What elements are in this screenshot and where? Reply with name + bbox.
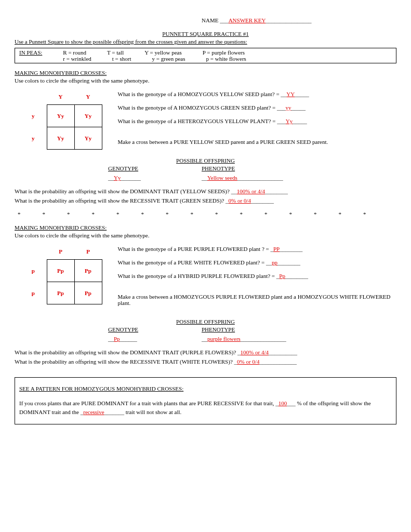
p2-cell-0: Pp [47, 260, 74, 282]
worksheet-title: PUNNETT SQUARE PRACTICE #1 [162, 31, 248, 37]
section1-questions: What is the genotype of a HOMOZYGOUS YEL… [118, 89, 397, 152]
s2-q3-ans: Pp [279, 273, 285, 279]
s2-geno-val: __Pp______ [108, 336, 202, 342]
punnett-square-2: P P p Pp Pp p Pp Pp [20, 244, 102, 304]
s1-geno-hdr: GENOTYPE [108, 165, 202, 171]
p1-cell-3: Yy [74, 127, 102, 150]
section2-body: P P p Pp Pp p Pp Pp What is the genotype… [15, 244, 396, 313]
pattern-ans2: recessive [83, 409, 104, 415]
p2-cell-1: Pp [74, 260, 102, 282]
s2-geno-hdr: GENOTYPE [108, 326, 202, 332]
legend-P: P = purple flowers [203, 49, 245, 56]
s1-q3-ans: Yy [286, 118, 293, 124]
section2-sub: Use colors to circle the offspring with … [15, 232, 396, 238]
section2-title: MAKING MONOHYBRID CROSSES: [15, 224, 107, 231]
legend-y: y = green peas [152, 56, 185, 62]
p2-side-0: p [20, 260, 47, 282]
star-divider: *************** [18, 211, 396, 217]
section1-body: Y Y y Yy Yy y Yy Yy What is the genotype… [15, 89, 396, 152]
legend-T: T = tall [107, 49, 124, 56]
pattern-text: If you cross plants that are PURE DOMINA… [19, 399, 392, 417]
p1-side-0: y [20, 105, 47, 127]
legend-t: t = short [112, 56, 131, 62]
legend-row1: IN PEAS: R = round T = tall Y = yellow p… [19, 49, 392, 56]
s2-q2-ans: pp [272, 259, 277, 265]
section1-title: MAKING MONOHYBRID CROSSES: [15, 70, 107, 76]
s2-col-hdrs: GENOTYPE PHENOTYPE [108, 326, 396, 332]
name-blank-tail: ________________ [266, 17, 311, 23]
answer-key: ANSWER KEY [229, 17, 266, 23]
pattern-title: SEE A PATTERN FOR HOMOZYGOUS MONOHYBRID … [19, 385, 183, 392]
p2-cell-3: Pp [74, 282, 102, 304]
s1-q3: What is the genotype of a HETEROZYGOUS Y… [118, 118, 397, 124]
section1-sub: Use colors to circle the offspring with … [15, 77, 396, 84]
pattern-box: SEE A PATTERN FOR HOMOZYGOUS MONOHYBRID … [15, 377, 396, 424]
s1-geno-val: __Yy_______ [108, 175, 202, 181]
legend-Y: Y = yellow peas [144, 49, 181, 56]
s1-col-vals: __Yy_______ __Yellow seeds______________… [108, 175, 396, 181]
s1-pheno-val: __Yellow seeds________________ [202, 175, 295, 181]
s1-prob2-ans: 0% or 0/4 [229, 197, 251, 204]
s1-q1: What is the genotype of a HOMOZYGOUS YEL… [118, 91, 397, 97]
legend-p: p = white flowers [206, 56, 246, 62]
s2-col-vals: __Pp______ __purple flowers_____________… [108, 336, 396, 342]
p2-cell-2: Pp [47, 282, 74, 304]
s2-prob1: What is the probability an offspring wil… [15, 349, 396, 355]
s2-prob2: What is the probability an offspring wil… [15, 358, 396, 365]
section1-title-row: MAKING MONOHYBRID CROSSES: [15, 70, 396, 76]
name-label: NAME ___ [202, 17, 229, 23]
s2-cross-instr: Make a cross between a HOMOZYGOUS PURPLE… [118, 294, 397, 306]
s2-possible-hdr: POSSIBLE OFFSPRING [15, 318, 396, 325]
p2-top-0: P [47, 244, 74, 260]
pattern-ans1: 100 [279, 400, 287, 406]
section2-questions: What is the genotype of a PURE PURPLE FL… [118, 244, 397, 313]
p1-cell-0: Yy [47, 105, 74, 127]
section2-title-row: MAKING MONOHYBRID CROSSES: [15, 224, 396, 231]
legend-r: r = wrinkled [63, 56, 91, 62]
legend-box: IN PEAS: R = round T = tall Y = yellow p… [15, 48, 396, 63]
legend-R: R = round [63, 49, 86, 56]
s1-cross-instr: Make a cross between a PURE YELLOW SEED … [118, 139, 397, 145]
worksheet-title-row: PUNNETT SQUARE PRACTICE #1 [15, 31, 396, 37]
s2-pheno-val: __purple flowers________________ [202, 336, 295, 342]
s2-q2: What is the genotype of a PURE WHITE FLO… [118, 259, 397, 265]
p1-side-1: y [20, 127, 47, 150]
s2-q1: What is the genotype of a PURE PURPLE FL… [118, 246, 397, 252]
p1-top-1: Y [74, 89, 102, 105]
s2-q3: What is the genotype of a HYBRID PURPLE … [118, 273, 397, 279]
s1-prob1: What is the probability an offspring wil… [15, 188, 396, 194]
s2-prob2-ans: 0% or 0/4 [237, 358, 259, 365]
s1-prob1-ans: 100% or 4/4 [237, 188, 265, 194]
s2-q1-ans: PP [273, 246, 280, 252]
s1-col-hdrs: GENOTYPE PHENOTYPE [108, 165, 396, 171]
s2-pheno-hdr: PHENOTYPE [202, 326, 295, 332]
instructions: Use a Punnett Square to show the possibl… [15, 38, 396, 45]
s1-q2: What is the genotype of A HOMOZYGOUS GRE… [118, 104, 397, 111]
s2-prob1-ans: 100% or 4/4 [241, 349, 269, 355]
s1-q1-ans: YY [286, 91, 295, 97]
p2-top-1: P [74, 244, 102, 260]
p1-cell-1: Yy [74, 105, 102, 127]
s1-possible-hdr: POSSIBLE OFFSPRING [15, 157, 396, 164]
name-line: NAME ___ANSWER KEY________________ [202, 17, 396, 23]
instructions-text: Use a Punnett Square to show the possibl… [15, 38, 247, 45]
p1-top-0: Y [47, 89, 74, 105]
p1-cell-2: Yy [47, 127, 74, 150]
punnett-square-1: Y Y y Yy Yy y Yy Yy [20, 89, 102, 150]
legend-row2: IN PEAS: r = wrinkled t = short y = gree… [19, 56, 392, 62]
s1-q2-ans: yy [286, 104, 291, 111]
in-peas-label: IN PEAS: [19, 49, 42, 56]
p2-side-1: p [20, 282, 47, 304]
s1-prob2: What is the probability an offspring wil… [15, 197, 396, 204]
s1-pheno-hdr: PHENOTYPE [202, 165, 295, 171]
